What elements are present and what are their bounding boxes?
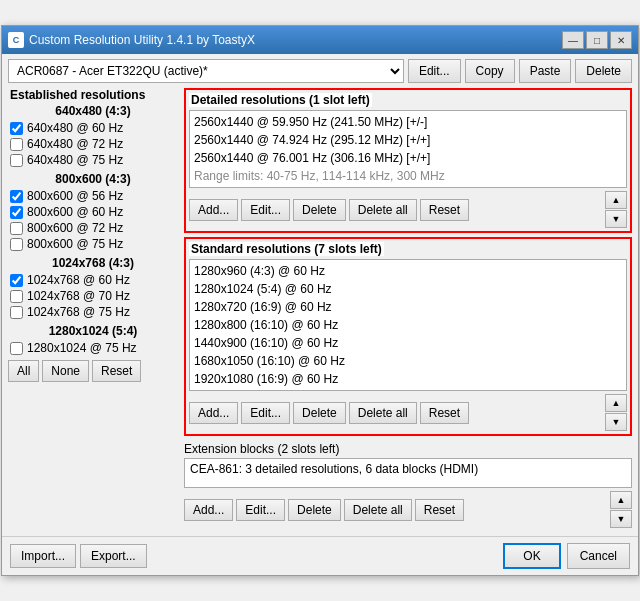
list-item: 1440x900 (16:10) @ 60 Hz: [193, 334, 623, 352]
group-1024x768: 1024x768 (4:3) 1024x768 @ 60 Hz 1024x768…: [8, 256, 178, 320]
none-button[interactable]: None: [42, 360, 89, 382]
device-select[interactable]: ACR0687 - Acer ET322QU (active)*: [8, 59, 404, 83]
detailed-delete-button[interactable]: Delete: [293, 199, 346, 221]
list-item: 1680x1050 (16:10) @ 60 Hz: [193, 352, 623, 370]
established-resolutions-label: Established resolutions: [8, 88, 178, 102]
copy-button[interactable]: Copy: [465, 59, 515, 83]
group-1280x1024: 1280x1024 (5:4) 1280x1024 @ 75 Hz: [8, 324, 178, 356]
res-label: 640x480 @ 60 Hz: [27, 121, 123, 135]
standard-up-button[interactable]: ▲: [605, 394, 627, 412]
checkbox-800x600-60[interactable]: [10, 206, 23, 219]
edit-button[interactable]: Edit...: [408, 59, 461, 83]
list-item: 1024x768 @ 70 Hz: [8, 288, 178, 304]
standard-reset-button[interactable]: Reset: [420, 402, 469, 424]
res-label: 1024x768 @ 75 Hz: [27, 305, 130, 319]
close-button[interactable]: ✕: [610, 31, 632, 49]
minimize-button[interactable]: —: [562, 31, 584, 49]
res-label: 1024x768 @ 70 Hz: [27, 289, 130, 303]
res-label: 1024x768 @ 60 Hz: [27, 273, 130, 287]
detailed-edit-button[interactable]: Edit...: [241, 199, 290, 221]
extension-edit-button[interactable]: Edit...: [236, 499, 285, 521]
extension-label: Extension blocks (2 slots left): [184, 442, 632, 456]
detailed-reset-button[interactable]: Reset: [420, 199, 469, 221]
title-controls: — □ ✕: [562, 31, 632, 49]
standard-resolutions-list[interactable]: 1280x960 (4:3) @ 60 Hz 1280x1024 (5:4) @…: [189, 259, 627, 391]
checkbox-800x600-72[interactable]: [10, 222, 23, 235]
standard-delete-button[interactable]: Delete: [293, 402, 346, 424]
extension-section-buttons: Add... Edit... Delete Delete all Reset ▲…: [184, 491, 632, 528]
group-800x600-title: 800x600 (4:3): [8, 172, 178, 186]
list-item: 640x480 @ 60 Hz: [8, 120, 178, 136]
reset-established-button[interactable]: Reset: [92, 360, 141, 382]
list-item: 1280x960 (4:3) @ 60 Hz: [193, 262, 623, 280]
extension-section: Extension blocks (2 slots left) CEA-861:…: [184, 442, 632, 528]
list-item: 800x600 @ 72 Hz: [8, 220, 178, 236]
standard-down-button[interactable]: ▼: [605, 413, 627, 431]
res-label: 800x600 @ 56 Hz: [27, 189, 123, 203]
list-item: 1024x768 @ 75 Hz: [8, 304, 178, 320]
detailed-down-button[interactable]: ▼: [605, 210, 627, 228]
group-800x600: 800x600 (4:3) 800x600 @ 56 Hz 800x600 @ …: [8, 172, 178, 252]
main-content: Established resolutions 640x480 (4:3) 64…: [2, 88, 638, 532]
res-label: 640x480 @ 72 Hz: [27, 137, 123, 151]
list-item: 800x600 @ 56 Hz: [8, 188, 178, 204]
list-item: 2560x1440 @ 76.001 Hz (306.16 MHz) [+/+]: [193, 149, 623, 167]
checkbox-1280x1024-75[interactable]: [10, 342, 23, 355]
extension-delete-all-button[interactable]: Delete all: [344, 499, 412, 521]
checkbox-640x480-60[interactable]: [10, 122, 23, 135]
extension-delete-button[interactable]: Delete: [288, 499, 341, 521]
checkbox-640x480-75[interactable]: [10, 154, 23, 167]
extension-down-button[interactable]: ▼: [610, 510, 632, 528]
detailed-section-buttons: Add... Edit... Delete Delete all Reset ▲…: [189, 191, 627, 228]
standard-delete-all-button[interactable]: Delete all: [349, 402, 417, 424]
detailed-up-button[interactable]: ▲: [605, 191, 627, 209]
standard-edit-button[interactable]: Edit...: [241, 402, 290, 424]
extension-add-button[interactable]: Add...: [184, 499, 233, 521]
paste-button[interactable]: Paste: [519, 59, 572, 83]
list-item: 1280x800 (16:10) @ 60 Hz: [193, 316, 623, 334]
res-label: 800x600 @ 75 Hz: [27, 237, 123, 251]
footer-right: OK Cancel: [503, 543, 630, 569]
detailed-resolutions-list[interactable]: 2560x1440 @ 59.950 Hz (241.50 MHz) [+/-]…: [189, 110, 627, 188]
detailed-resolutions-section: Detailed resolutions (1 slot left) 2560x…: [184, 88, 632, 233]
maximize-button[interactable]: □: [586, 31, 608, 49]
footer-left: Import... Export...: [10, 544, 147, 568]
toolbar: ACR0687 - Acer ET322QU (active)* Edit...…: [2, 54, 638, 88]
cancel-button[interactable]: Cancel: [567, 543, 630, 569]
standard-add-button[interactable]: Add...: [189, 402, 238, 424]
group-1024x768-title: 1024x768 (4:3): [8, 256, 178, 270]
detailed-delete-all-button[interactable]: Delete all: [349, 199, 417, 221]
left-bottom-buttons: All None Reset: [8, 360, 178, 382]
detailed-resolutions-header: Detailed resolutions (1 slot left): [189, 93, 372, 107]
title-bar: C Custom Resolution Utility 1.4.1 by Toa…: [2, 26, 638, 54]
extension-up-button[interactable]: ▲: [610, 491, 632, 509]
checkbox-800x600-56[interactable]: [10, 190, 23, 203]
list-item-range: Range limits: 40-75 Hz, 114-114 kHz, 300…: [193, 167, 623, 185]
right-panel: Detailed resolutions (1 slot left) 2560x…: [184, 88, 632, 528]
list-item: 800x600 @ 75 Hz: [8, 236, 178, 252]
checkbox-800x600-75[interactable]: [10, 238, 23, 251]
group-640x480: 640x480 (4:3) 640x480 @ 60 Hz 640x480 @ …: [8, 104, 178, 168]
checkbox-1024x768-60[interactable]: [10, 274, 23, 287]
title-bar-left: C Custom Resolution Utility 1.4.1 by Toa…: [8, 32, 255, 48]
standard-updown: ▲ ▼: [605, 394, 627, 431]
checkbox-1024x768-75[interactable]: [10, 306, 23, 319]
list-item: 800x600 @ 60 Hz: [8, 204, 178, 220]
ok-button[interactable]: OK: [503, 543, 560, 569]
all-button[interactable]: All: [8, 360, 39, 382]
extension-list[interactable]: CEA-861: 3 detailed resolutions, 6 data …: [184, 458, 632, 488]
left-panel: Established resolutions 640x480 (4:3) 64…: [8, 88, 178, 528]
standard-resolutions-section: Standard resolutions (7 slots left) 1280…: [184, 237, 632, 436]
footer: Import... Export... OK Cancel: [2, 536, 638, 575]
checkbox-1024x768-70[interactable]: [10, 290, 23, 303]
res-label: 1280x1024 @ 75 Hz: [27, 341, 137, 355]
checkbox-640x480-72[interactable]: [10, 138, 23, 151]
delete-button[interactable]: Delete: [575, 59, 632, 83]
res-label: 800x600 @ 60 Hz: [27, 205, 123, 219]
extension-reset-button[interactable]: Reset: [415, 499, 464, 521]
export-button[interactable]: Export...: [80, 544, 147, 568]
import-button[interactable]: Import...: [10, 544, 76, 568]
list-item: 1280x720 (16:9) @ 60 Hz: [193, 298, 623, 316]
list-item: 2560x1440 @ 74.924 Hz (295.12 MHz) [+/+]: [193, 131, 623, 149]
detailed-add-button[interactable]: Add...: [189, 199, 238, 221]
